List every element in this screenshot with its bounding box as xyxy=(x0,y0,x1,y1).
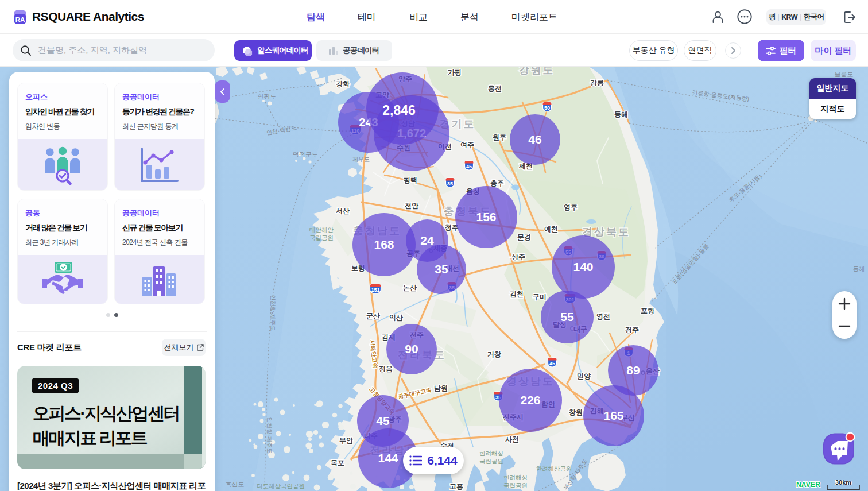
svg-text:남원: 남원 xyxy=(434,384,448,392)
svg-text:89: 89 xyxy=(626,364,640,377)
svg-text:2,846: 2,846 xyxy=(382,103,416,118)
svg-text:156: 156 xyxy=(476,210,496,223)
svg-text:평택: 평택 xyxy=(404,176,417,184)
svg-text:사천: 사천 xyxy=(505,435,519,443)
svg-text:문경: 문경 xyxy=(517,233,531,241)
svg-text:226: 226 xyxy=(520,393,540,407)
svg-text:24: 24 xyxy=(420,234,434,247)
svg-text:덕적군도: 덕적군도 xyxy=(293,151,318,158)
svg-text:144: 144 xyxy=(378,451,398,465)
svg-text:제부도: 제부도 xyxy=(352,156,370,163)
svg-text:거창: 거창 xyxy=(487,350,501,358)
svg-text:165: 165 xyxy=(603,409,623,422)
svg-text:김천: 김천 xyxy=(510,290,524,298)
svg-text:인천항-제주도: 인천항-제주도 xyxy=(270,295,276,331)
svg-text:여주: 여주 xyxy=(460,141,474,149)
svg-text:35: 35 xyxy=(435,262,448,276)
svg-text:경상북도: 경상북도 xyxy=(582,226,630,238)
svg-text:울릉도: 울릉도 xyxy=(835,71,854,78)
svg-text:서산: 서산 xyxy=(336,207,350,215)
svg-text:국립공원: 국립공원 xyxy=(309,234,334,241)
svg-text:홍천: 홍천 xyxy=(488,84,502,92)
svg-text:군산: 군산 xyxy=(366,312,380,320)
svg-text:강원도: 강원도 xyxy=(519,67,555,76)
svg-text:다도해상국립공원: 다도해상국립공원 xyxy=(257,482,305,489)
svg-text:35: 35 xyxy=(447,181,453,187)
svg-text:151: 151 xyxy=(371,287,379,293)
svg-text:경주: 경주 xyxy=(625,326,639,334)
svg-text:140: 140 xyxy=(573,260,593,273)
svg-text:한려해상: 한려해상 xyxy=(479,450,504,457)
svg-text:46: 46 xyxy=(528,133,541,146)
svg-text:45: 45 xyxy=(376,414,390,427)
svg-text:동해: 동해 xyxy=(614,110,628,118)
svg-text:포항: 포항 xyxy=(641,307,654,315)
svg-text:강화: 강화 xyxy=(336,80,350,88)
svg-text:50: 50 xyxy=(544,105,550,111)
svg-text:45: 45 xyxy=(549,361,555,366)
svg-text:정읍: 정읍 xyxy=(379,365,393,373)
svg-text:동해: 동해 xyxy=(853,265,865,272)
svg-text:168: 168 xyxy=(374,238,394,251)
svg-text:흑산도: 흑산도 xyxy=(226,481,245,488)
svg-text:목포: 목포 xyxy=(331,459,344,467)
svg-text:무안: 무안 xyxy=(339,436,353,444)
svg-text:한려해상공원: 한려해상공원 xyxy=(536,465,572,472)
svg-text:원주: 원주 xyxy=(493,133,506,141)
svg-text:창원: 창원 xyxy=(569,408,583,416)
svg-text:영천: 영천 xyxy=(596,312,610,320)
svg-text:천안: 천안 xyxy=(404,202,418,210)
svg-text:고흥: 고흥 xyxy=(450,482,463,490)
svg-text:RA: RA xyxy=(16,16,25,23)
svg-text:밀양: 밀양 xyxy=(577,372,591,380)
svg-text:국립공원: 국립공원 xyxy=(479,458,503,465)
svg-text:익산: 익산 xyxy=(389,314,403,322)
svg-text:상주: 상주 xyxy=(511,253,525,261)
svg-text:55: 55 xyxy=(560,310,574,323)
svg-text:인천항-제주도: 인천항-제주도 xyxy=(266,417,273,453)
svg-text:구미: 구미 xyxy=(533,293,547,301)
svg-text:논산: 논산 xyxy=(403,284,417,292)
svg-text:가평: 가평 xyxy=(448,68,462,76)
svg-text:충주: 충주 xyxy=(490,179,504,187)
svg-text:90: 90 xyxy=(405,342,418,355)
svg-text:태안해안: 태안해안 xyxy=(309,226,334,233)
svg-text:강릉: 강릉 xyxy=(590,79,604,87)
svg-text:예천: 예천 xyxy=(544,225,558,233)
svg-text:45: 45 xyxy=(466,164,472,169)
svg-text:연평도: 연평도 xyxy=(258,93,277,100)
svg-text:국립공원: 국립공원 xyxy=(503,482,528,489)
svg-text:한려해상: 한려해상 xyxy=(503,474,528,481)
svg-text:영주: 영주 xyxy=(564,203,578,211)
